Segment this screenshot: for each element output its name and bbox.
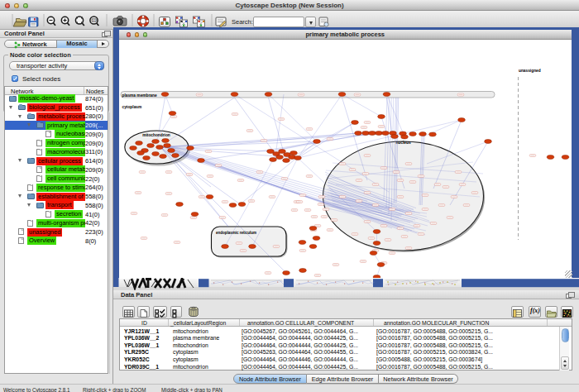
svg-text:endoplasmic reticulum: endoplasmic reticulum: [216, 231, 256, 235]
svg-text:mitochondrion: mitochondrion: [142, 133, 170, 137]
svg-text:plasma membrane: plasma membrane: [122, 93, 156, 98]
svg-text:unassigned: unassigned: [519, 69, 541, 73]
svg-text:nucleus: nucleus: [395, 141, 410, 145]
svg-text:1:1: 1:1: [92, 19, 96, 22]
svg-text:cytoplasm: cytoplasm: [122, 105, 141, 109]
